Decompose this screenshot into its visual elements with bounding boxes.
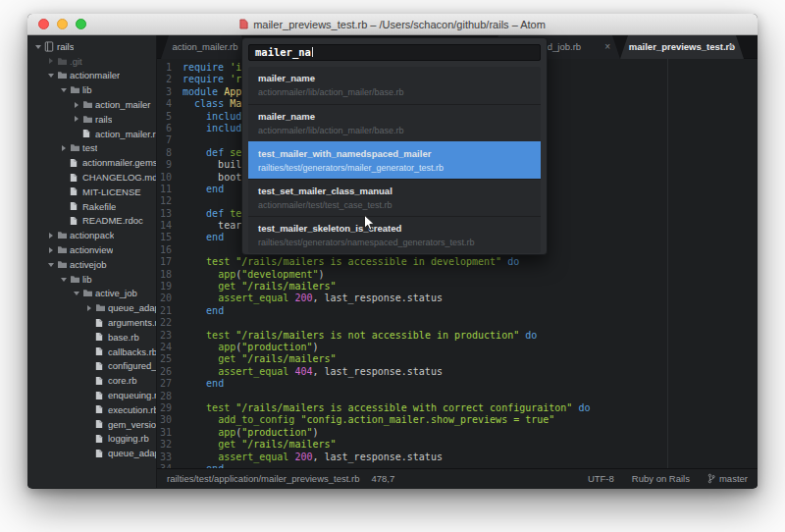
tab-mailer-previews-test-rb[interactable]: mailer_previews_test.rb× bbox=[620, 35, 744, 59]
line-number: 19 bbox=[157, 281, 183, 293]
line-number: 21 bbox=[157, 305, 183, 317]
disclosure-down-icon[interactable] bbox=[61, 87, 70, 92]
minimize-window-button[interactable] bbox=[57, 19, 68, 29]
line-number: 29 bbox=[157, 402, 183, 414]
tree-item-label: CHANGELOG.md bbox=[82, 172, 156, 183]
tree-item-configured-job-rb[interactable]: configured_job.rb bbox=[27, 359, 156, 374]
line-number: 26 bbox=[157, 366, 183, 378]
zoom-window-button[interactable] bbox=[76, 19, 86, 29]
tree-item-core-rb[interactable]: core.rb bbox=[27, 373, 156, 388]
disclosure-down-icon[interactable] bbox=[61, 277, 70, 282]
disclosure-right-icon[interactable] bbox=[74, 102, 82, 108]
palette-result-test_set_mailer_class_manual[interactable]: test_set_mailer_class_manualactionmailer… bbox=[248, 179, 541, 216]
tree-item-callbacks-rb[interactable]: callbacks.rb bbox=[27, 345, 156, 359]
palette-result-mailer_name[interactable]: mailer_nameactionmailer/lib/action_maile… bbox=[248, 104, 541, 141]
result-path: actionmailer/lib/action_mailer/base.rb bbox=[258, 86, 531, 99]
line-number: 13 bbox=[157, 208, 183, 220]
tree-item-label: gem_version.rb bbox=[108, 419, 156, 430]
status-grammar[interactable]: Ruby on Rails bbox=[632, 473, 690, 484]
file-icon bbox=[82, 129, 90, 138]
tree-item-lib[interactable]: lib bbox=[27, 272, 156, 287]
folder-icon bbox=[57, 57, 68, 66]
fuzzy-finder-input[interactable]: mailer_na bbox=[248, 44, 541, 61]
tree-item-changelog-md[interactable]: CHANGELOG.md bbox=[27, 170, 156, 185]
palette-result-test_mailer_skeleton_is_created[interactable]: test_mailer_skeleton_is_createdrailties/… bbox=[248, 216, 541, 253]
window-title: mailer_previews_test.rb – /Users/schacon… bbox=[239, 19, 546, 30]
tab-close-icon[interactable]: × bbox=[604, 35, 610, 59]
git-branch-icon bbox=[707, 473, 715, 484]
tree-item-queue-adapter-rb[interactable]: queue_adapter.rb bbox=[27, 446, 156, 460]
line-number: 23 bbox=[157, 330, 183, 342]
tree-item-active-job[interactable]: active_job bbox=[27, 287, 156, 301]
disclosure-down-icon[interactable] bbox=[48, 73, 57, 78]
tree-item-base-rb[interactable]: base.rb bbox=[27, 330, 156, 345]
file-icon bbox=[95, 391, 103, 400]
tree-item-label: callbacks.rb bbox=[108, 346, 156, 357]
tree-item-mit-license[interactable]: MIT-LICENSE bbox=[27, 185, 156, 199]
tree-item-actionview[interactable]: actionview bbox=[27, 242, 156, 257]
tree-item-actionmailer-gemspec[interactable]: actionmailer.gemspec bbox=[27, 155, 156, 170]
file-icon bbox=[95, 361, 103, 371]
tree-item-actionmailer[interactable]: actionmailer bbox=[27, 69, 156, 83]
tree-item-action-mailer-rb[interactable]: action_mailer.rb bbox=[27, 127, 156, 141]
disclosure-right-icon[interactable] bbox=[48, 233, 57, 239]
file-icon bbox=[95, 419, 103, 429]
disclosure-right-icon[interactable] bbox=[61, 145, 70, 151]
tree-item-arguments-rb[interactable]: arguments.rb bbox=[27, 315, 156, 330]
disclosure-down-icon[interactable] bbox=[48, 262, 57, 267]
tree-item-activejob[interactable]: activejob bbox=[27, 257, 156, 272]
folder-icon bbox=[70, 85, 80, 94]
tree-item-queue-adapters[interactable]: queue_adapters bbox=[27, 300, 156, 315]
tree-item-test[interactable]: test bbox=[27, 141, 156, 156]
line-number: 34 bbox=[157, 463, 183, 468]
line-number: 31 bbox=[157, 427, 183, 439]
tree-item--git[interactable]: .git bbox=[27, 54, 156, 69]
palette-result-test_mailer_with_namedspaced_mailer[interactable]: test_mailer_with_namedspaced_mailerrailt… bbox=[248, 141, 541, 179]
tree-item-readme-rdoc[interactable]: README.rdoc bbox=[27, 214, 156, 229]
tree-item-rails[interactable]: rails bbox=[27, 112, 156, 127]
tree-item-logging-rb[interactable]: logging.rb bbox=[27, 432, 156, 447]
folder-icon bbox=[70, 275, 80, 284]
disclosure-right-icon[interactable] bbox=[48, 247, 57, 253]
tree-item-gem-version-rb[interactable]: gem_version.rb bbox=[27, 417, 156, 432]
tab-label: action_mailer.rb bbox=[172, 41, 237, 52]
tree-item-label: rails bbox=[57, 41, 74, 52]
tree-item-execution-rb[interactable]: execution.rb bbox=[27, 402, 156, 417]
tab-action-mailer-rb[interactable]: action_mailer.rb bbox=[161, 35, 249, 59]
tree-item-actionpack[interactable]: actionpack bbox=[27, 228, 156, 242]
status-git-branch[interactable]: master bbox=[707, 473, 748, 484]
status-cursor-position[interactable]: 478,7 bbox=[371, 473, 394, 484]
tree-item-label: Rakefile bbox=[82, 201, 116, 212]
palette-result-mailer_name[interactable]: mailer_nameactionmailer/lib/action_maile… bbox=[248, 67, 541, 104]
file-icon bbox=[95, 434, 103, 444]
line-number: 28 bbox=[157, 391, 183, 402]
close-window-button[interactable] bbox=[38, 19, 49, 29]
line-number: 5 bbox=[157, 111, 183, 123]
disclosure-down-icon[interactable] bbox=[35, 44, 44, 49]
tree-item-label: logging.rb bbox=[108, 433, 149, 444]
result-path: railties/test/generators/mailer_generato… bbox=[258, 162, 531, 175]
tree-item-lib[interactable]: lib bbox=[27, 82, 156, 97]
folder-icon bbox=[57, 245, 68, 254]
disclosure-right-icon[interactable] bbox=[86, 305, 95, 311]
line-number: 16 bbox=[157, 244, 183, 256]
disclosure-right-icon[interactable] bbox=[48, 58, 57, 64]
tree-item-label: lib bbox=[82, 84, 92, 95]
result-name: test_set_mailer_class_manual bbox=[258, 185, 531, 197]
disclosure-down-icon[interactable] bbox=[74, 291, 82, 295]
tree-item-rails[interactable]: rails bbox=[27, 39, 156, 54]
disclosure-right-icon[interactable] bbox=[74, 116, 82, 122]
tab-close-icon[interactable]: × bbox=[728, 35, 734, 59]
tree-item-label: action_mailer bbox=[95, 99, 151, 110]
text-caret bbox=[312, 47, 313, 57]
line-number: 7 bbox=[157, 134, 183, 146]
tree-item-rakefile[interactable]: Rakefile bbox=[27, 199, 156, 214]
line-number: 6 bbox=[157, 123, 183, 134]
file-icon bbox=[95, 318, 103, 328]
tree-item-action-mailer[interactable]: action_mailer bbox=[27, 97, 156, 112]
status-encoding[interactable]: UTF-8 bbox=[588, 473, 614, 484]
tree-item-enqueuing-rb[interactable]: enqueuing.rb bbox=[27, 388, 156, 402]
file-icon bbox=[70, 173, 78, 183]
line-number: 20 bbox=[157, 293, 183, 304]
folder-icon bbox=[57, 260, 68, 269]
